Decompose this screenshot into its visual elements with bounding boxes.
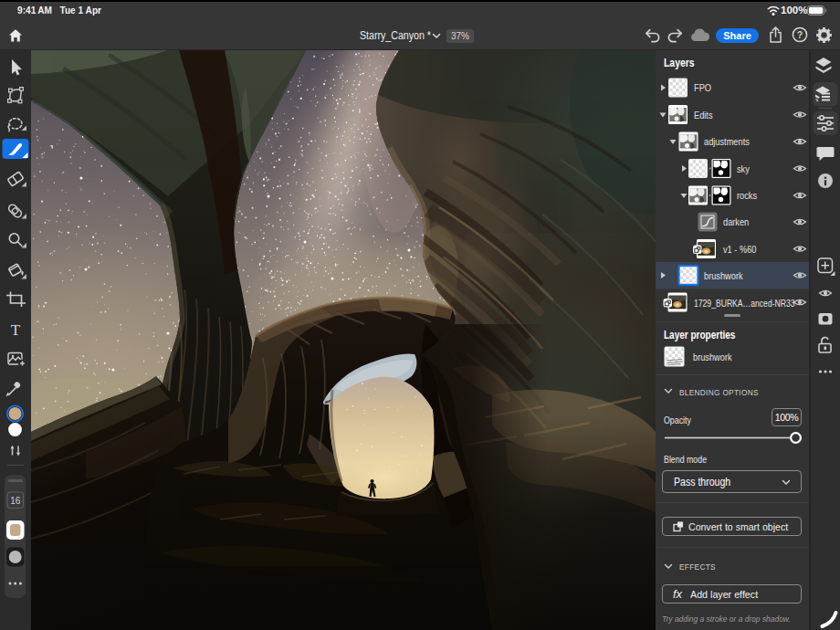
svg-text:?: ? [797,29,803,40]
svg-text:16: 16 [10,496,21,506]
svg-text:T: T [11,321,21,339]
